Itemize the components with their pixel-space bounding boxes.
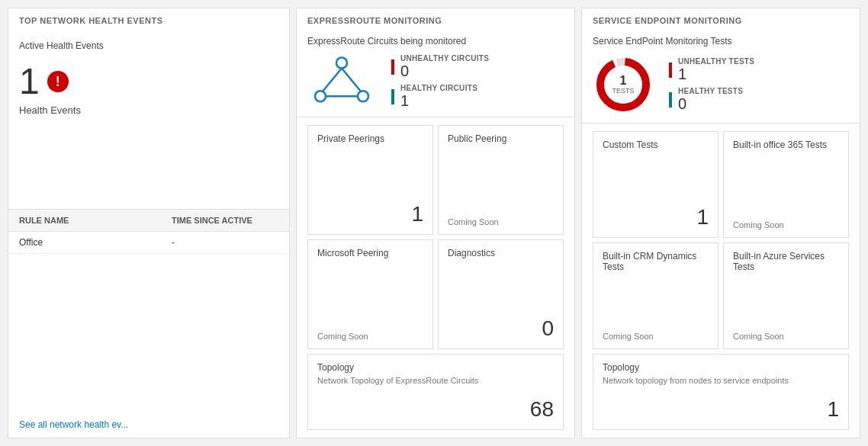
left-panel-header: TOP NETWORK HEALTH EVENTS xyxy=(8,8,289,30)
tile-crm-tests[interactable]: Built-in CRM Dynamics Tests Coming Soon xyxy=(593,242,719,349)
tile-topology-middle-subtitle: Network Topology of ExpressRoute Circuit… xyxy=(317,376,554,385)
tile-crm-tests-subtitle: Coming Soon xyxy=(603,332,709,341)
network-topology-icon xyxy=(307,55,376,108)
tile-diagnostics[interactable]: Diagnostics 0 xyxy=(438,239,564,349)
expressroute-monitor-section: ExpressRoute Circuits being monitored UN xyxy=(297,30,574,117)
svg-line-4 xyxy=(342,69,361,91)
svg-point-0 xyxy=(336,58,347,69)
tile-microsoft-peering-subtitle: Coming Soon xyxy=(317,332,423,341)
time-since-cell: - xyxy=(172,237,278,248)
tile-topology-middle-title: Topology xyxy=(317,362,554,373)
se-unhealthy-bar xyxy=(669,63,672,78)
error-icon: ! xyxy=(47,71,69,92)
tile-diagnostics-value: 0 xyxy=(448,316,554,341)
tile-topology-right[interactable]: Topology Network topology from nodes to … xyxy=(593,354,849,430)
unhealthy-bar xyxy=(391,59,394,75)
se-healthy-bar xyxy=(669,92,672,107)
expressroute-monitor-title: ExpressRoute Circuits being monitored xyxy=(307,36,564,47)
tile-private-peerings[interactable]: Private Peerings 1 xyxy=(307,125,433,235)
rule-name-cell: Office xyxy=(19,237,172,248)
middle-tiles-grid: Private Peerings 1 Public Peering Coming… xyxy=(307,125,564,349)
tile-custom-tests-value: 1 xyxy=(603,205,709,229)
tile-microsoft-peering-title: Microsoft Peering xyxy=(317,248,423,258)
tile-microsoft-peering[interactable]: Microsoft Peering Coming Soon xyxy=(307,239,433,349)
left-footer: See all network health ev... xyxy=(8,412,289,438)
donut-label: TESTS xyxy=(612,88,634,95)
tile-private-peerings-value: 1 xyxy=(317,202,423,226)
tile-azure-tests-subtitle: Coming Soon xyxy=(733,332,839,341)
tile-office365-tests-subtitle: Coming Soon xyxy=(733,220,839,229)
tile-custom-tests[interactable]: Custom Tests 1 xyxy=(593,131,719,238)
tile-office365-tests[interactable]: Built-in office 365 Tests Coming Soon xyxy=(723,131,849,238)
tile-public-peering-title: Public Peering xyxy=(448,133,554,144)
tile-topology-right-subtitle: Network topology from nodes to service e… xyxy=(603,376,839,385)
table-header: RULE NAME TIME SINCE ACTIVE xyxy=(8,209,289,232)
expressroute-legend: UNHEALTHY CIRCUITS 0 HEALTHY CIRCUITS 1 xyxy=(391,54,489,109)
tile-topology-right-value: 1 xyxy=(603,397,839,422)
unhealthy-circuits-value: 0 xyxy=(400,63,489,79)
tile-azure-tests-title: Built-in Azure Services Tests xyxy=(733,251,839,272)
se-unhealthy-label: UNHEALTHY TESTS xyxy=(678,57,754,66)
svg-point-2 xyxy=(358,91,368,101)
tile-crm-tests-title: Built-in CRM Dynamics Tests xyxy=(603,251,709,272)
middle-panel-header: EXPRESSROUTE MONITORING xyxy=(297,8,574,30)
service-endpoint-legend: UNHEALTHY TESTS 1 HEALTHY TESTS 0 xyxy=(669,57,754,112)
table-row: Office - xyxy=(8,232,289,254)
tile-topology-middle[interactable]: Topology Network Topology of ExpressRout… xyxy=(307,354,564,430)
health-count: 1 xyxy=(19,63,40,100)
tile-custom-tests-title: Custom Tests xyxy=(603,140,709,150)
service-endpoint-donut: 1 TESTS xyxy=(593,54,654,115)
tile-public-peering-subtitle: Coming Soon xyxy=(448,217,554,226)
healthy-bar xyxy=(391,89,394,104)
service-endpoint-monitor-section: Service EndPoint Monitoring Tests 1 TEST xyxy=(582,30,860,124)
tile-private-peerings-title: Private Peerings xyxy=(317,133,423,144)
active-health-subtitle: Active Health Events xyxy=(19,40,278,51)
right-panel: SERVICE ENDPOINT MONITORING Service EndP… xyxy=(581,8,860,438)
see-all-link[interactable]: See all network health ev... xyxy=(19,419,128,430)
unhealthy-circuits-label: UNHEALTHY CIRCUITS xyxy=(400,54,489,63)
service-endpoint-monitor-title: Service EndPoint Monitoring Tests xyxy=(593,36,849,47)
healthy-circuits-value: 1 xyxy=(400,92,477,109)
tile-azure-tests[interactable]: Built-in Azure Services Tests Coming Soo… xyxy=(723,242,849,349)
se-healthy-value: 0 xyxy=(678,95,743,112)
col-rule-name: RULE NAME xyxy=(19,216,172,225)
donut-number: 1 xyxy=(612,74,634,88)
tile-public-peering[interactable]: Public Peering Coming Soon xyxy=(438,125,564,235)
tile-topology-right-title: Topology xyxy=(603,362,839,373)
se-healthy-label: HEALTHY TESTS xyxy=(678,87,743,95)
tile-topology-middle-value: 68 xyxy=(317,397,554,422)
svg-line-3 xyxy=(323,69,342,91)
healthy-circuits-label: HEALTHY CIRCUITS xyxy=(400,84,477,92)
middle-panel: EXPRESSROUTE MONITORING ExpressRoute Cir… xyxy=(296,8,575,438)
svg-point-1 xyxy=(315,91,326,101)
right-tiles-grid: Custom Tests 1 Built-in office 365 Tests… xyxy=(593,131,849,349)
tile-office365-tests-title: Built-in office 365 Tests xyxy=(733,140,839,150)
tile-diagnostics-title: Diagnostics xyxy=(448,248,554,258)
left-panel: TOP NETWORK HEALTH EVENTS Active Health … xyxy=(8,8,290,438)
middle-tiles-body: Private Peerings 1 Public Peering Coming… xyxy=(297,117,574,438)
se-unhealthy-value: 1 xyxy=(678,66,754,82)
right-panel-header: SERVICE ENDPOINT MONITORING xyxy=(582,8,860,30)
right-tiles-body: Custom Tests 1 Built-in office 365 Tests… xyxy=(582,124,860,438)
col-time-since: TIME SINCE ACTIVE xyxy=(172,216,278,225)
health-label: Health Events xyxy=(19,104,278,116)
